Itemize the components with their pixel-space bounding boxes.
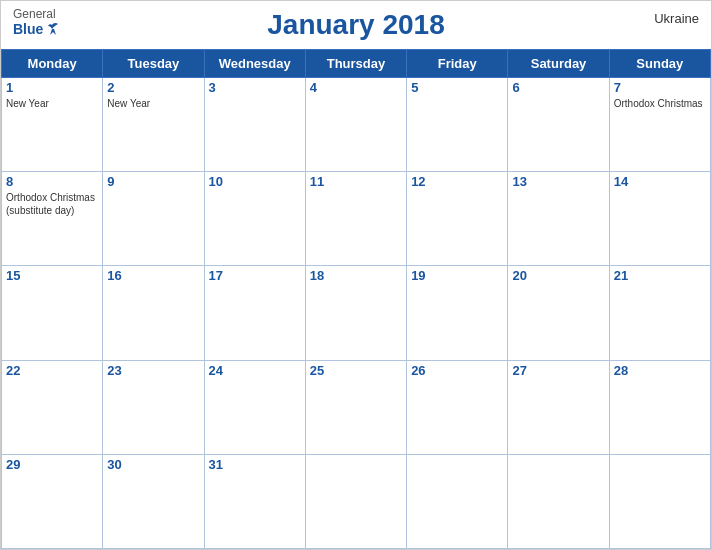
holiday-label: Orthodox Christmas (substitute day) (6, 191, 98, 217)
day-number: 27 (512, 363, 604, 378)
calendar-title: January 2018 (267, 9, 444, 41)
day-number: 12 (411, 174, 503, 189)
day-number: 4 (310, 80, 402, 95)
weekday-header-row: MondayTuesdayWednesdayThursdayFridaySatu… (2, 50, 711, 78)
day-cell: 23 (103, 360, 204, 454)
day-number: 14 (614, 174, 706, 189)
day-number: 2 (107, 80, 199, 95)
day-cell: 30 (103, 454, 204, 548)
day-number: 28 (614, 363, 706, 378)
weekday-header-monday: Monday (2, 50, 103, 78)
weekday-header-saturday: Saturday (508, 50, 609, 78)
week-row-5: 293031 (2, 454, 711, 548)
day-number: 18 (310, 268, 402, 283)
day-number: 30 (107, 457, 199, 472)
day-cell: 3 (204, 78, 305, 172)
day-cell: 7Orthodox Christmas (609, 78, 710, 172)
day-cell: 8Orthodox Christmas (substitute day) (2, 172, 103, 266)
day-cell: 2New Year (103, 78, 204, 172)
day-number: 11 (310, 174, 402, 189)
calendar-table: MondayTuesdayWednesdayThursdayFridaySatu… (1, 49, 711, 549)
day-cell: 26 (407, 360, 508, 454)
weekday-header-sunday: Sunday (609, 50, 710, 78)
day-number: 22 (6, 363, 98, 378)
day-cell: 29 (2, 454, 103, 548)
weekday-header-tuesday: Tuesday (103, 50, 204, 78)
day-cell (609, 454, 710, 548)
day-cell: 10 (204, 172, 305, 266)
day-cell: 4 (305, 78, 406, 172)
weekday-header-friday: Friday (407, 50, 508, 78)
day-cell: 11 (305, 172, 406, 266)
holiday-label: Orthodox Christmas (614, 97, 706, 110)
day-number: 21 (614, 268, 706, 283)
day-cell: 9 (103, 172, 204, 266)
day-number: 1 (6, 80, 98, 95)
day-number: 6 (512, 80, 604, 95)
day-number: 16 (107, 268, 199, 283)
day-cell: 5 (407, 78, 508, 172)
day-number: 3 (209, 80, 301, 95)
weekday-header-thursday: Thursday (305, 50, 406, 78)
day-cell: 16 (103, 266, 204, 360)
day-number: 23 (107, 363, 199, 378)
logo-blue-text: Blue (13, 21, 61, 37)
day-cell (407, 454, 508, 548)
day-cell: 24 (204, 360, 305, 454)
day-cell: 21 (609, 266, 710, 360)
day-cell: 25 (305, 360, 406, 454)
day-number: 25 (310, 363, 402, 378)
day-cell: 14 (609, 172, 710, 266)
day-number: 17 (209, 268, 301, 283)
calendar-header: General Blue January 2018 Ukraine (1, 1, 711, 49)
weekday-header-wednesday: Wednesday (204, 50, 305, 78)
day-number: 31 (209, 457, 301, 472)
day-number: 5 (411, 80, 503, 95)
calendar-wrapper: General Blue January 2018 Ukraine Monday… (0, 0, 712, 550)
day-cell: 12 (407, 172, 508, 266)
day-number: 19 (411, 268, 503, 283)
logo-general-text: General (13, 7, 56, 21)
day-cell: 1New Year (2, 78, 103, 172)
week-row-1: 1New Year2New Year34567Orthodox Christma… (2, 78, 711, 172)
holiday-label: New Year (6, 97, 98, 110)
day-cell: 18 (305, 266, 406, 360)
holiday-label: New Year (107, 97, 199, 110)
day-number: 7 (614, 80, 706, 95)
day-cell (305, 454, 406, 548)
day-cell: 22 (2, 360, 103, 454)
day-cell: 13 (508, 172, 609, 266)
day-number: 24 (209, 363, 301, 378)
day-number: 10 (209, 174, 301, 189)
country-label: Ukraine (654, 11, 699, 26)
day-number: 8 (6, 174, 98, 189)
day-number: 20 (512, 268, 604, 283)
day-cell: 31 (204, 454, 305, 548)
week-row-3: 15161718192021 (2, 266, 711, 360)
day-number: 26 (411, 363, 503, 378)
day-cell: 20 (508, 266, 609, 360)
day-number: 13 (512, 174, 604, 189)
day-cell: 19 (407, 266, 508, 360)
day-number: 15 (6, 268, 98, 283)
day-cell: 6 (508, 78, 609, 172)
week-row-4: 22232425262728 (2, 360, 711, 454)
logo: General Blue (13, 7, 61, 37)
logo-bird-icon (45, 21, 61, 37)
day-cell: 17 (204, 266, 305, 360)
day-number: 9 (107, 174, 199, 189)
week-row-2: 8Orthodox Christmas (substitute day)9101… (2, 172, 711, 266)
day-cell (508, 454, 609, 548)
day-cell: 28 (609, 360, 710, 454)
day-cell: 15 (2, 266, 103, 360)
day-cell: 27 (508, 360, 609, 454)
day-number: 29 (6, 457, 98, 472)
